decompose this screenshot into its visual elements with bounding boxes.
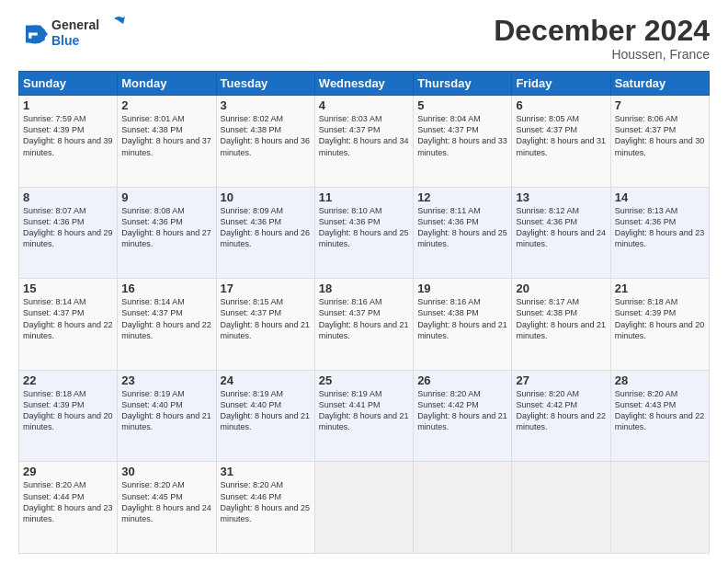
day-cell: 10 Sunrise: 8:09 AMSunset: 4:36 PMDaylig… <box>216 187 314 279</box>
day-number: 7 <box>615 98 705 112</box>
day-cell: 26 Sunrise: 8:20 AMSunset: 4:42 PMDaylig… <box>414 370 512 462</box>
day-cell: 4 Sunrise: 8:03 AMSunset: 4:37 PMDayligh… <box>314 96 413 188</box>
day-number: 11 <box>319 190 409 204</box>
day-number: 6 <box>516 98 606 112</box>
day-cell: 7 Sunrise: 8:06 AMSunset: 4:37 PMDayligh… <box>610 96 709 188</box>
day-number: 21 <box>615 282 705 295</box>
day-number: 19 <box>417 282 507 295</box>
day-cell: 13 Sunrise: 8:12 AMSunset: 4:36 PMDaylig… <box>512 187 610 279</box>
day-info: Sunrise: 8:12 AMSunset: 4:36 PMDaylight:… <box>516 205 606 250</box>
day-info: Sunrise: 8:09 AMSunset: 4:36 PMDaylight:… <box>221 205 311 250</box>
day-number: 22 <box>23 373 113 387</box>
weekday-header-tuesday: Tuesday <box>216 72 314 96</box>
day-number: 24 <box>221 373 311 387</box>
day-number: 31 <box>221 465 311 478</box>
day-info: Sunrise: 8:20 AMSunset: 4:43 PMDaylight:… <box>615 388 705 433</box>
day-info: Sunrise: 8:20 AMSunset: 4:42 PMDaylight:… <box>417 388 507 433</box>
day-cell: 15 Sunrise: 8:14 AMSunset: 4:37 PMDaylig… <box>19 279 118 371</box>
day-info: Sunrise: 8:08 AMSunset: 4:36 PMDaylight:… <box>121 205 211 250</box>
day-cell: 23 Sunrise: 8:19 AMSunset: 4:40 PMDaylig… <box>118 370 216 462</box>
weekday-header-sunday: Sunday <box>19 72 118 96</box>
page: General Blue December 2024 Houssen, Fran… <box>0 0 728 563</box>
day-cell: 1 Sunrise: 7:59 AMSunset: 4:39 PMDayligh… <box>19 96 118 188</box>
day-info: Sunrise: 8:18 AMSunset: 4:39 PMDaylight:… <box>23 388 113 433</box>
logo-text: General Blue <box>51 15 125 54</box>
weekday-header-saturday: Saturday <box>610 72 709 96</box>
day-cell: 8 Sunrise: 8:07 AMSunset: 4:36 PMDayligh… <box>19 187 118 279</box>
day-number: 9 <box>121 190 211 204</box>
day-cell <box>512 462 610 554</box>
day-number: 20 <box>516 282 606 295</box>
weekday-header-monday: Monday <box>118 72 216 96</box>
day-cell: 14 Sunrise: 8:13 AMSunset: 4:36 PMDaylig… <box>610 187 709 279</box>
day-info: Sunrise: 8:16 AMSunset: 4:37 PMDaylight:… <box>319 296 409 341</box>
weekday-header-row: SundayMondayTuesdayWednesdayThursdayFrid… <box>19 72 710 96</box>
week-row-3: 15 Sunrise: 8:14 AMSunset: 4:37 PMDaylig… <box>19 279 710 371</box>
day-number: 29 <box>23 465 113 478</box>
day-info: Sunrise: 8:14 AMSunset: 4:37 PMDaylight:… <box>121 296 211 341</box>
day-number: 25 <box>319 373 409 387</box>
day-info: Sunrise: 8:03 AMSunset: 4:37 PMDaylight:… <box>319 113 409 158</box>
month-title: December 2024 <box>494 15 710 47</box>
day-number: 4 <box>319 98 409 112</box>
day-cell: 21 Sunrise: 8:18 AMSunset: 4:39 PMDaylig… <box>610 279 709 371</box>
day-cell: 25 Sunrise: 8:19 AMSunset: 4:41 PMDaylig… <box>314 370 413 462</box>
day-info: Sunrise: 8:14 AMSunset: 4:37 PMDaylight:… <box>23 296 113 341</box>
day-number: 30 <box>121 465 211 478</box>
weekday-header-friday: Friday <box>512 72 610 96</box>
location: Houssen, France <box>494 47 710 62</box>
day-info: Sunrise: 8:20 AMSunset: 4:44 PMDaylight:… <box>23 479 113 524</box>
day-number: 2 <box>121 98 211 112</box>
day-info: Sunrise: 8:05 AMSunset: 4:37 PMDaylight:… <box>516 113 606 158</box>
header: General Blue December 2024 Houssen, Fran… <box>18 15 710 62</box>
day-cell: 2 Sunrise: 8:01 AMSunset: 4:38 PMDayligh… <box>118 96 216 188</box>
svg-text:Blue: Blue <box>51 33 80 48</box>
day-cell: 19 Sunrise: 8:16 AMSunset: 4:38 PMDaylig… <box>414 279 512 371</box>
day-cell: 11 Sunrise: 8:10 AMSunset: 4:36 PMDaylig… <box>314 187 413 279</box>
day-info: Sunrise: 8:19 AMSunset: 4:40 PMDaylight:… <box>121 388 211 433</box>
logo: General Blue <box>18 15 125 54</box>
week-row-1: 1 Sunrise: 7:59 AMSunset: 4:39 PMDayligh… <box>19 96 710 188</box>
day-number: 8 <box>23 190 113 204</box>
day-number: 14 <box>615 190 705 204</box>
day-number: 17 <box>221 282 311 295</box>
day-cell: 5 Sunrise: 8:04 AMSunset: 4:37 PMDayligh… <box>414 96 512 188</box>
svg-text:General: General <box>51 17 99 32</box>
day-cell: 17 Sunrise: 8:15 AMSunset: 4:37 PMDaylig… <box>216 279 314 371</box>
week-row-2: 8 Sunrise: 8:07 AMSunset: 4:36 PMDayligh… <box>19 187 710 279</box>
day-cell: 24 Sunrise: 8:19 AMSunset: 4:40 PMDaylig… <box>216 370 314 462</box>
day-number: 12 <box>417 190 507 204</box>
day-number: 13 <box>516 190 606 204</box>
day-cell: 29 Sunrise: 8:20 AMSunset: 4:44 PMDaylig… <box>19 462 118 554</box>
day-cell: 22 Sunrise: 8:18 AMSunset: 4:39 PMDaylig… <box>19 370 118 462</box>
day-number: 1 <box>23 98 113 112</box>
day-cell <box>414 462 512 554</box>
day-number: 26 <box>417 373 507 387</box>
day-info: Sunrise: 8:20 AMSunset: 4:46 PMDaylight:… <box>221 479 311 524</box>
day-info: Sunrise: 8:11 AMSunset: 4:36 PMDaylight:… <box>417 205 507 250</box>
day-number: 27 <box>516 373 606 387</box>
day-cell <box>314 462 413 554</box>
logo-icon <box>18 19 48 49</box>
day-info: Sunrise: 7:59 AMSunset: 4:39 PMDaylight:… <box>23 113 113 158</box>
day-info: Sunrise: 8:01 AMSunset: 4:38 PMDaylight:… <box>121 113 211 158</box>
day-cell: 27 Sunrise: 8:20 AMSunset: 4:42 PMDaylig… <box>512 370 610 462</box>
day-info: Sunrise: 8:06 AMSunset: 4:37 PMDaylight:… <box>615 113 705 158</box>
day-cell: 28 Sunrise: 8:20 AMSunset: 4:43 PMDaylig… <box>610 370 709 462</box>
day-info: Sunrise: 8:18 AMSunset: 4:39 PMDaylight:… <box>615 296 705 341</box>
week-row-4: 22 Sunrise: 8:18 AMSunset: 4:39 PMDaylig… <box>19 370 710 462</box>
day-info: Sunrise: 8:15 AMSunset: 4:37 PMDaylight:… <box>221 296 311 341</box>
day-cell: 18 Sunrise: 8:16 AMSunset: 4:37 PMDaylig… <box>314 279 413 371</box>
weekday-header-wednesday: Wednesday <box>314 72 413 96</box>
calendar-table: SundayMondayTuesdayWednesdayThursdayFrid… <box>18 71 710 554</box>
day-info: Sunrise: 8:20 AMSunset: 4:42 PMDaylight:… <box>516 388 606 433</box>
day-number: 10 <box>221 190 311 204</box>
day-cell: 30 Sunrise: 8:20 AMSunset: 4:45 PMDaylig… <box>118 462 216 554</box>
day-number: 23 <box>121 373 211 387</box>
day-number: 15 <box>23 282 113 295</box>
day-cell: 9 Sunrise: 8:08 AMSunset: 4:36 PMDayligh… <box>118 187 216 279</box>
day-number: 5 <box>417 98 507 112</box>
weekday-header-thursday: Thursday <box>414 72 512 96</box>
day-info: Sunrise: 8:13 AMSunset: 4:36 PMDaylight:… <box>615 205 705 250</box>
day-cell: 31 Sunrise: 8:20 AMSunset: 4:46 PMDaylig… <box>216 462 314 554</box>
